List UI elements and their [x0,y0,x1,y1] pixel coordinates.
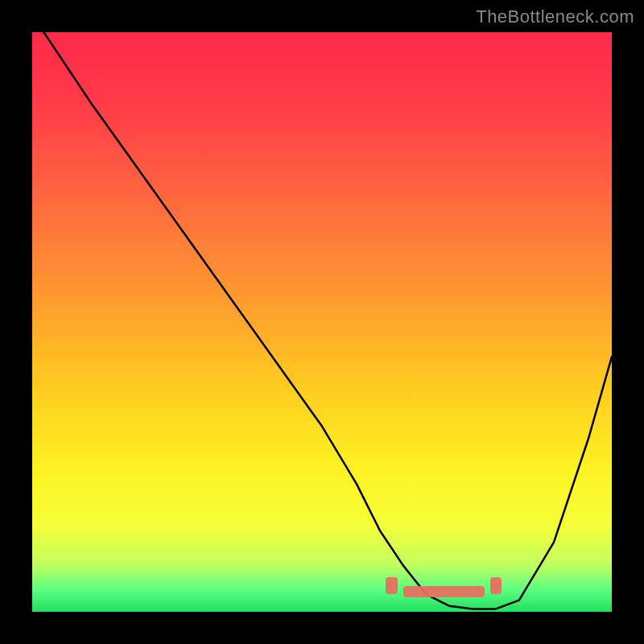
optimal-zone-marker [386,577,397,595]
watermark-text: TheBottleneck.com [476,6,634,27]
bottleneck-curve [32,32,612,612]
chart-plot-area [32,32,612,612]
optimal-zone-marker [490,577,502,595]
optimal-zone-marker [403,586,485,597]
